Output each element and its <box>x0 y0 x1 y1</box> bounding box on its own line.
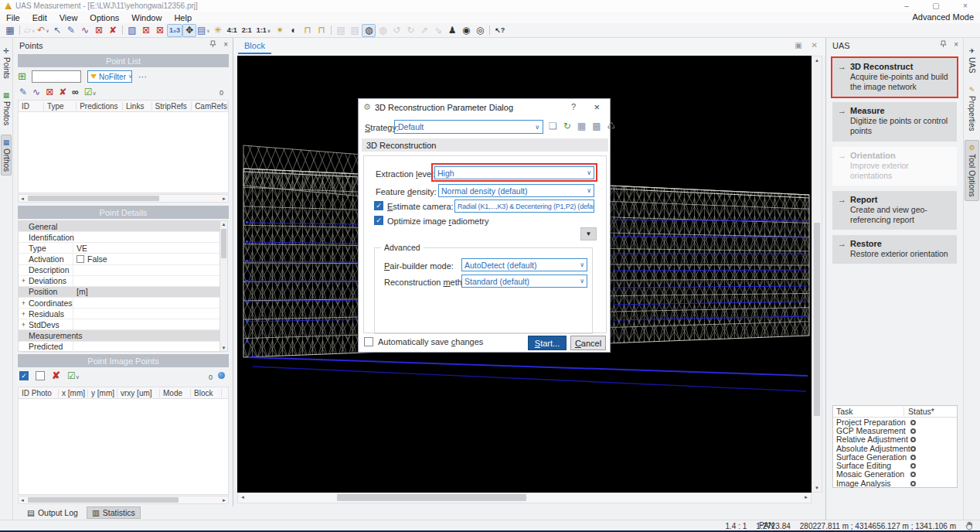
tab-properties[interactable]: ✎ Properties <box>965 83 979 135</box>
globe-icon[interactable]: ◉ <box>459 24 473 37</box>
digitize-line-icon[interactable]: ∿ <box>78 24 92 37</box>
extraction-level-select[interactable]: High∨ <box>434 166 594 179</box>
prev-photo-icon[interactable]: ▤ <box>334 24 348 37</box>
viewport-hscrollbar[interactable]: ◄► <box>237 493 812 503</box>
tie-network-icon[interactable]: ✳ <box>211 24 225 37</box>
close-panel-icon[interactable]: × <box>223 40 228 49</box>
globe-pair-icon[interactable]: ◎ <box>473 24 487 37</box>
remove-all-photos-icon[interactable]: ⊠ <box>153 24 167 37</box>
delete-image-point-icon[interactable]: ✘ <box>52 370 60 381</box>
reload-strategy-icon[interactable]: ↻ <box>563 121 571 131</box>
next-photo-icon[interactable]: ▤ <box>348 24 362 37</box>
detail-row[interactable]: Coordinates <box>19 298 223 309</box>
remove-photo-icon[interactable]: ⊠ <box>139 24 153 37</box>
uas-item-3d-reconstruct[interactable]: → 3D Reconstruct Acquire tie-points and … <box>832 58 957 97</box>
column-header[interactable]: vrxy [um] <box>117 389 160 397</box>
uas-item-report[interactable]: → Report Create and view geo-referencing… <box>832 191 957 230</box>
uas-item-orientation[interactable]: → Orientation Improve exterior orientati… <box>832 147 957 186</box>
column-header[interactable]: Type <box>44 102 77 111</box>
digitize-point-icon[interactable]: ✎ <box>64 24 78 37</box>
detail-row[interactable]: Measurements <box>19 330 223 341</box>
save-strategy-icon[interactable]: ▦ <box>577 121 586 131</box>
restore-view-icon[interactable]: ▣ <box>795 41 801 49</box>
minimize-button[interactable]: – <box>892 0 921 12</box>
detail-row[interactable]: Identification <box>19 232 223 243</box>
rotate-photo-left-icon[interactable]: ⇗ <box>417 24 431 37</box>
point-list-hscrollbar[interactable]: ◄► <box>18 194 229 203</box>
context-help-icon[interactable]: ↖? <box>492 24 507 37</box>
point-search-input[interactable] <box>32 70 81 83</box>
detail-row[interactable]: Deviations <box>19 276 223 287</box>
estimate-camera-checkbox[interactable]: ✓ <box>374 201 383 210</box>
filter-more-button[interactable]: ⋯ <box>138 72 148 82</box>
task-row[interactable]: Absolute Adjustment <box>833 444 957 452</box>
task-row[interactable]: GCP Measurement <box>833 426 957 435</box>
tab-tool-options[interactable]: ⚙ Tool Options <box>965 140 979 201</box>
detail-row[interactable]: Predicted <box>19 342 223 353</box>
save-icon[interactable]: ▦ <box>3 24 17 37</box>
tab-uas[interactable]: ✈ UAS <box>965 44 979 77</box>
pin-icon[interactable] <box>940 40 947 49</box>
tab-points[interactable]: ✛ Points <box>1 44 12 82</box>
uas-item-restore[interactable]: → Restore Restore exterior orientation <box>832 235 957 264</box>
menu-item[interactable]: Options <box>83 13 125 22</box>
status-column-header[interactable]: Status* <box>904 407 934 416</box>
zoom-in-photo-icon[interactable]: ↻ <box>403 24 417 37</box>
dialog-close-button[interactable]: × <box>594 101 600 113</box>
column-header[interactable]: Links <box>123 102 152 111</box>
detail-row[interactable]: StdDevs <box>19 319 223 330</box>
viewport-vscrollbar[interactable]: ▲ ▼ <box>812 56 822 493</box>
pin-icon[interactable] <box>209 40 216 49</box>
start-button[interactable]: Start... <box>528 336 567 350</box>
feature-density-select[interactable]: Normal density (default)∨ <box>438 184 594 197</box>
menu-item[interactable]: File <box>0 13 26 22</box>
point-filter-select[interactable]: NoFilter ∨ <box>87 70 132 83</box>
delete-point-icon[interactable]: ✘ <box>59 87 66 97</box>
add-photo-icon[interactable]: ▧ <box>125 24 139 37</box>
menu-item[interactable]: Edit <box>26 13 53 22</box>
detail-row[interactable]: Position [m] <box>19 287 223 298</box>
column-header[interactable]: x [mm] <box>59 389 88 397</box>
dialog-help-button[interactable]: ? <box>571 102 576 111</box>
task-row[interactable]: Mosaic Generation <box>833 470 957 479</box>
point-list-body[interactable] <box>18 112 229 193</box>
tab-output-log[interactable]: ▤ Output Log <box>22 507 83 518</box>
close-view-icon[interactable]: ✕ <box>812 41 818 49</box>
zoom-1-1-button[interactable]: 1:1 <box>254 24 273 37</box>
digitize-point-icon[interactable]: ✎ <box>19 87 27 97</box>
detail-row[interactable]: General <box>19 221 223 232</box>
task-row[interactable]: Project Preparation <box>833 418 957 426</box>
add-point-icon[interactable]: ⊞ <box>18 70 26 82</box>
lock-icon[interactable]: ⊓ <box>315 24 328 37</box>
column-header[interactable]: Predictions <box>77 102 123 111</box>
camera-pose-icon[interactable]: ♟ <box>445 24 459 37</box>
show-measured-checkbox[interactable]: ✓ <box>19 371 29 380</box>
cancel-button[interactable]: Cancel <box>570 336 606 350</box>
zoom-4-1-button[interactable]: 4:1 <box>225 24 240 37</box>
show-ids-icon[interactable]: 1₂3 <box>167 24 182 37</box>
task-row[interactable]: Image Analysis <box>833 479 957 487</box>
zoom-2-1-button[interactable]: 2:1 <box>240 24 254 37</box>
column-header[interactable]: y [mm] <box>88 389 117 397</box>
detail-row[interactable]: Type VE <box>19 243 223 254</box>
task-column-header[interactable]: Task <box>833 407 904 416</box>
detail-row[interactable]: Activation False <box>19 254 223 264</box>
point-image-points-hscrollbar[interactable]: ◄► <box>18 496 229 504</box>
value-checkbox[interactable] <box>77 255 84 263</box>
estimate-camera-select[interactable]: Radial (K1,...,K3) & Decentering (P1,P2)… <box>454 200 594 213</box>
brightness-icon[interactable]: ✴ <box>273 24 287 37</box>
collapse-advanced-button[interactable]: ▼ <box>580 227 597 240</box>
maximize-button[interactable]: ▢ <box>921 0 951 12</box>
column-header[interactable]: Mode <box>160 389 191 397</box>
tab-block[interactable]: Block <box>238 39 271 54</box>
checklist-icon[interactable]: ☑∨ <box>84 87 97 97</box>
task-row[interactable]: Surface Editing <box>833 461 957 469</box>
tab-photos[interactable]: ▦ Photos <box>1 88 12 128</box>
delete-strategy-icon[interactable]: ♺ <box>607 121 616 131</box>
pan-icon[interactable]: ✥ <box>182 24 196 37</box>
detail-row[interactable]: Description <box>19 265 223 276</box>
column-header[interactable]: Block <box>191 389 222 397</box>
find-icon[interactable]: ∞ <box>72 87 79 97</box>
column-header[interactable]: ID <box>19 102 44 111</box>
rotate-photo-right-icon[interactable]: ⇘ <box>431 24 445 37</box>
